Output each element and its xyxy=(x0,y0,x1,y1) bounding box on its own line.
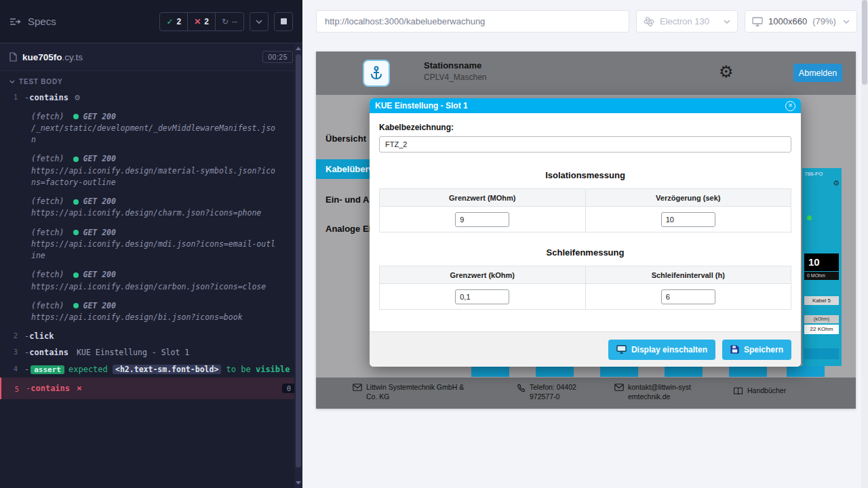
command-row-click[interactable]: 2 -click xyxy=(0,328,302,344)
stat-passed[interactable]: ✓ 2 xyxy=(160,13,188,30)
network-log-row[interactable]: (fetch)GET 200 https://api.iconify.desig… xyxy=(0,298,302,327)
cypress-reporter: Specs ✓ 2 ✕ 2 ↻ -- kue705fo.cy.ts 00:25 xyxy=(0,0,302,488)
command-number: 1 xyxy=(0,92,24,101)
test-body-label: TEST BODY xyxy=(19,78,62,85)
loop-intervall-input[interactable] xyxy=(661,289,715,304)
footer-email[interactable]: kontakt@littwin-systemtechnik.de xyxy=(614,383,694,401)
viewport-size: 1000x660 xyxy=(768,16,807,26)
refresh-icon: ↻ xyxy=(222,17,229,26)
network-log-row[interactable]: (fetch)GET 200 https://api.iconify.desig… xyxy=(0,193,302,222)
display-on-button[interactable]: Display einschalten xyxy=(608,340,715,360)
network-log-row[interactable]: (fetch)GET 200 /_next/static/development… xyxy=(0,108,302,149)
isolation-heading: Isolationsmessung xyxy=(379,170,791,180)
test-body-toggle[interactable]: TEST BODY xyxy=(0,71,302,89)
command-row-contains-failed[interactable]: 5 -contains× 0 xyxy=(0,378,302,399)
chevron-down-icon xyxy=(256,20,262,24)
footer-manuals[interactable]: Handbücher xyxy=(733,386,786,396)
children-count-badge: 0 xyxy=(282,384,296,393)
aut-frame: Stationsname CPLV4_Maschen ⚙ Abmelden Üb… xyxy=(316,52,856,409)
specs-menu-icon[interactable] xyxy=(9,18,21,26)
command-name: contains xyxy=(29,348,68,357)
loop-table: Grenzwert (kOhm) Schleifenintervall (h) xyxy=(379,266,791,310)
modal-header: KUE Einstellung - Slot 1 × xyxy=(370,98,801,113)
slot-title: 786-FO xyxy=(804,171,823,177)
spec-file-row[interactable]: kue705fo.cy.ts 00:25 xyxy=(0,43,302,71)
success-dot-icon xyxy=(73,303,79,308)
stat-pending[interactable]: ↻ -- xyxy=(216,13,243,30)
cable-designation-input[interactable] xyxy=(379,136,791,152)
browser-label: Electron 130 xyxy=(660,16,709,26)
slot-gear-icon[interactable]: ⚙ xyxy=(833,179,840,188)
chevron-down-icon xyxy=(724,20,730,24)
stop-button[interactable] xyxy=(274,12,293,31)
collapse-all-button[interactable] xyxy=(250,12,269,31)
network-log-row[interactable]: (fetch)GET 200 https://api.iconify.desig… xyxy=(0,266,302,296)
nav-item-uebersicht[interactable]: Übersicht xyxy=(326,134,366,144)
nav-item-ein-ausgaenge[interactable]: Ein- und Au xyxy=(326,195,374,205)
app-settings-gear-icon[interactable]: ⚙ xyxy=(719,62,734,81)
iso-col-verzoegerung: Verzögerung (sek) xyxy=(585,189,791,207)
url-input[interactable] xyxy=(316,10,629,33)
request-url: https://api.iconify.design/charm.json?ic… xyxy=(31,207,277,219)
book-icon xyxy=(733,387,743,395)
failed-count: 2 xyxy=(204,17,209,26)
spec-file-ext: .cy.ts xyxy=(62,52,83,62)
specs-label[interactable]: Specs xyxy=(28,16,56,27)
app-header: Stationsname CPLV4_Maschen ⚙ Abmelden xyxy=(316,52,856,95)
slot-button[interactable] xyxy=(729,366,767,377)
loop-col-intervall: Schleifenintervall (h) xyxy=(585,266,791,284)
success-dot-icon xyxy=(73,114,79,119)
pending-count: -- xyxy=(232,17,237,26)
slot-button[interactable] xyxy=(536,366,574,377)
stop-icon xyxy=(281,18,287,24)
command-number: 3 xyxy=(0,346,24,356)
command-number: 5 xyxy=(1,384,26,393)
viewport-monitor-icon xyxy=(752,17,763,26)
cable-designation-label: Kabelbezeichnung: xyxy=(379,123,791,132)
slot-button[interactable] xyxy=(787,366,825,377)
footer-phone: Telefon: 04402 972577-0 xyxy=(517,383,590,401)
slot-button[interactable] xyxy=(665,366,703,377)
scrollbar-thumb[interactable] xyxy=(296,54,301,468)
viewport-select[interactable]: 1000x660 (79%) xyxy=(745,10,857,33)
stat-failed[interactable]: ✕ 2 xyxy=(188,13,216,30)
command-row-assert[interactable]: 4 -assertexpected <h2.text-sm.font-bold>… xyxy=(0,361,302,378)
network-log-row[interactable]: (fetch)GET 200 https://api.iconify.desig… xyxy=(0,224,302,265)
isolation-table: Grenzwert (MOhm) Verzögerung (sek) xyxy=(379,188,791,232)
command-row-contains-1[interactable]: 1 -contains⚙ xyxy=(0,89,302,106)
slot-action-button[interactable] xyxy=(804,348,839,359)
floppy-disk-icon xyxy=(730,345,739,354)
success-dot-icon xyxy=(73,230,79,235)
viewport-zoom: (79%) xyxy=(812,16,836,26)
page-scrollbar[interactable] xyxy=(861,0,868,488)
slot-button[interactable] xyxy=(600,366,638,377)
modal-title: KUE Einstellung - Slot 1 xyxy=(375,101,468,110)
passed-count: 2 xyxy=(177,17,182,26)
command-name: contains xyxy=(31,384,70,393)
loop-grenzwert-input[interactable] xyxy=(455,289,509,304)
loop-heading: Schleifenmessung xyxy=(379,247,791,258)
save-button[interactable]: Speichern xyxy=(722,340,791,360)
scrollbar-thumb[interactable] xyxy=(862,0,867,85)
modal-body: Kabelbezeichnung: Isolationsmessung Gren… xyxy=(370,113,801,310)
request-url: https://api.iconify.design/mdi.json?icon… xyxy=(31,239,277,262)
reporter-scrollbar[interactable] xyxy=(294,43,302,488)
station-label: Stationsname xyxy=(424,60,481,70)
iso-verzoegerung-input[interactable] xyxy=(661,212,715,227)
scroll-down-arrow-icon[interactable] xyxy=(296,481,301,485)
app-logo xyxy=(363,60,390,87)
browser-select[interactable]: Electron 130 xyxy=(636,10,738,33)
scroll-up-arrow-icon[interactable] xyxy=(296,47,301,50)
nav-item-analoge-eingaenge[interactable]: Analoge Ei xyxy=(326,224,371,234)
anchor-icon xyxy=(368,65,384,81)
logout-button[interactable]: Abmelden xyxy=(793,64,842,82)
email-icon xyxy=(353,384,362,391)
command-row-contains-3[interactable]: 3 -containsKUE Einstellung - Slot 1 xyxy=(0,344,302,361)
close-icon[interactable]: × xyxy=(785,101,795,111)
network-log-row[interactable]: (fetch)GET 200 https://api.iconify.desig… xyxy=(0,150,302,191)
iso-grenzwert-input[interactable] xyxy=(455,212,509,227)
command-argument: KUE Einstellung - Slot 1 xyxy=(77,348,189,357)
slot-button[interactable] xyxy=(471,366,509,377)
cable-name: Kabel 5 xyxy=(804,296,839,305)
electron-icon xyxy=(644,16,654,27)
